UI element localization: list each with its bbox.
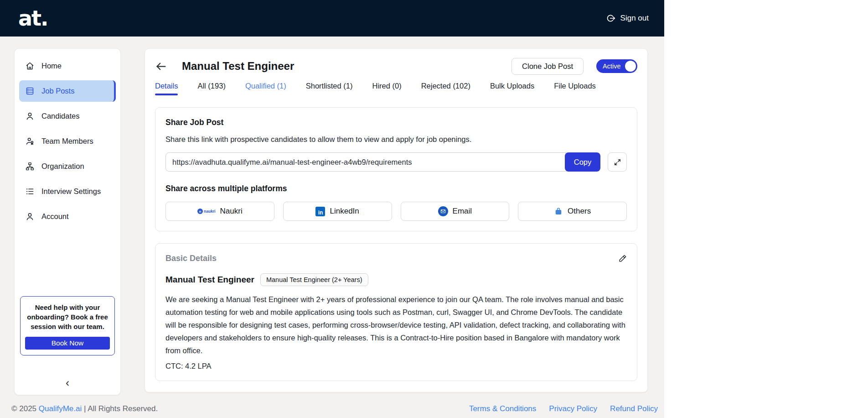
sidebar-item-label: Interview Settings bbox=[41, 187, 101, 196]
tab-bulk-uploads[interactable]: Bulk Uploads bbox=[490, 82, 534, 95]
tab-rejected[interactable]: Rejected (102) bbox=[421, 82, 470, 95]
platform-label: Naukri bbox=[220, 207, 243, 216]
toggle-knob bbox=[625, 61, 636, 72]
list-icon bbox=[25, 187, 35, 196]
platform-label: Others bbox=[568, 207, 591, 216]
edit-basic-details-button[interactable] bbox=[618, 254, 627, 263]
qualifyme-link[interactable]: QualifyMe.ai bbox=[39, 404, 82, 413]
bag-icon bbox=[554, 207, 563, 216]
sidebar-item-interview-settings[interactable]: Interview Settings bbox=[19, 181, 116, 202]
platform-label: LinkedIn bbox=[330, 207, 359, 216]
job-title: Manual Test Engineer bbox=[165, 275, 254, 285]
person-icon bbox=[25, 111, 35, 121]
copy-link-button[interactable]: Copy bbox=[565, 152, 600, 172]
sidebar-collapse-button[interactable]: ‹ bbox=[15, 377, 120, 388]
linkedin-icon: in bbox=[315, 207, 325, 216]
back-button[interactable] bbox=[155, 60, 167, 73]
sidebar-item-label: Account bbox=[41, 212, 69, 221]
back-arrow-icon bbox=[155, 60, 167, 73]
share-card-title: Share Job Post bbox=[165, 118, 627, 127]
tab-all[interactable]: All (193) bbox=[197, 82, 225, 95]
job-role-badge: Manual Test Engineer (2+ Years) bbox=[260, 273, 368, 286]
org-chart-icon bbox=[25, 162, 35, 171]
refund-link[interactable]: Refund Policy bbox=[610, 404, 658, 413]
terms-link[interactable]: Terms & Conditions bbox=[469, 404, 536, 413]
brand-logo[interactable]: at. bbox=[18, 8, 48, 29]
share-link-row: Copy bbox=[165, 152, 627, 172]
sidebar-item-home[interactable]: Home bbox=[19, 55, 116, 77]
sidebar-item-candidates[interactable]: Candidates bbox=[19, 105, 116, 127]
sign-out-label: Sign out bbox=[620, 14, 649, 23]
share-card-description: Share this link with prospective candida… bbox=[165, 135, 627, 144]
sign-out-button[interactable]: Sign out bbox=[606, 13, 649, 23]
platform-label: Email bbox=[453, 207, 472, 216]
job-description: We are seeking a Manual Test Engineer wi… bbox=[165, 293, 627, 357]
sidebar-item-label: Organization bbox=[41, 162, 84, 171]
platforms-title: Share across multiple platforms bbox=[165, 184, 627, 193]
copyright-suffix: | All Rights Reserved. bbox=[82, 404, 158, 413]
onboarding-help-text: Need help with your onboarding? Book a f… bbox=[25, 303, 110, 331]
team-icon bbox=[25, 136, 35, 146]
sidebar-item-job-posts[interactable]: Job Posts bbox=[19, 80, 116, 102]
email-icon bbox=[438, 206, 448, 216]
tab-hired[interactable]: Hired (0) bbox=[372, 82, 401, 95]
sidebar-item-organization[interactable]: Organization bbox=[19, 156, 116, 177]
sidebar: Home Job Posts Candidates Team Members bbox=[14, 48, 121, 395]
naukri-icon: nnaukri bbox=[197, 209, 216, 214]
copyright-prefix: © 2025 bbox=[11, 404, 39, 413]
page-title: Manual Test Engineer bbox=[182, 60, 294, 73]
basic-details-header: Basic Details bbox=[165, 254, 627, 263]
platform-buttons-row: nnaukri Naukri in LinkedIn Email bbox=[165, 202, 627, 221]
sidebar-item-label: Job Posts bbox=[41, 87, 74, 95]
expand-link-button[interactable] bbox=[608, 152, 627, 172]
privacy-link[interactable]: Privacy Policy bbox=[549, 404, 597, 413]
sidebar-item-team-members[interactable]: Team Members bbox=[19, 131, 116, 152]
tab-qualified[interactable]: Qualified (1) bbox=[245, 82, 286, 95]
page-title-row: Manual Test Engineer Clone Job Post Acti… bbox=[155, 56, 637, 76]
expand-icon bbox=[614, 158, 621, 166]
basic-details-title: Basic Details bbox=[165, 254, 217, 263]
job-title-row: Manual Test Engineer Manual Test Enginee… bbox=[165, 273, 627, 286]
tab-file-uploads[interactable]: File Uploads bbox=[554, 82, 596, 95]
onboarding-help-box: Need help with your onboarding? Book a f… bbox=[20, 296, 115, 355]
share-link-input[interactable] bbox=[165, 152, 569, 172]
share-others-button[interactable]: Others bbox=[518, 202, 627, 221]
logout-icon bbox=[606, 13, 616, 23]
job-ctc: CTC: 4.2 LPA bbox=[165, 362, 627, 371]
share-job-post-card: Share Job Post Share this link with pros… bbox=[155, 107, 637, 231]
book-now-button[interactable]: Book Now bbox=[25, 337, 110, 350]
top-bar: at. Sign out bbox=[0, 0, 664, 37]
active-status-toggle[interactable]: Active bbox=[596, 59, 637, 73]
main-content-card: Manual Test Engineer Clone Job Post Acti… bbox=[145, 48, 648, 392]
clone-job-post-button[interactable]: Clone Job Post bbox=[512, 58, 584, 75]
sidebar-item-label: Candidates bbox=[41, 112, 79, 120]
basic-details-card: Basic Details Manual Test Engineer Manua… bbox=[155, 243, 637, 381]
footer: © 2025 QualifyMe.ai | All Rights Reserve… bbox=[11, 404, 658, 413]
person-icon bbox=[25, 212, 35, 221]
share-naukri-button[interactable]: nnaukri Naukri bbox=[165, 202, 274, 221]
sidebar-item-label: Team Members bbox=[41, 137, 93, 146]
tab-details[interactable]: Details bbox=[155, 82, 178, 95]
app-window: at. Sign out Home Job Posts Candidates bbox=[0, 0, 664, 418]
sidebar-item-label: Home bbox=[41, 62, 62, 70]
home-icon bbox=[25, 61, 35, 71]
footer-links: Terms & Conditions Privacy Policy Refund… bbox=[469, 404, 658, 413]
tab-shortlisted[interactable]: Shortlisted (1) bbox=[306, 82, 353, 95]
job-posts-icon bbox=[25, 86, 35, 96]
share-email-button[interactable]: Email bbox=[401, 202, 510, 221]
copyright-text: © 2025 QualifyMe.ai | All Rights Reserve… bbox=[11, 404, 158, 413]
pencil-icon bbox=[618, 254, 627, 263]
sidebar-item-account[interactable]: Account bbox=[19, 206, 116, 227]
tab-bar: Details All (193) Qualified (1) Shortlis… bbox=[155, 82, 637, 95]
toggle-label: Active bbox=[603, 63, 621, 70]
share-linkedin-button[interactable]: in LinkedIn bbox=[283, 202, 392, 221]
